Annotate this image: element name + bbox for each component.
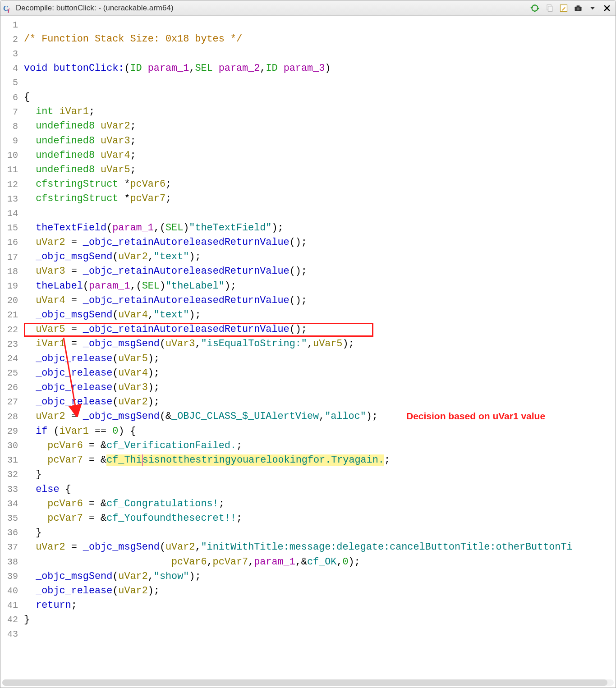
- token-var: uVar2: [36, 541, 65, 553]
- annotation-label: Decision based on uVar1 value: [406, 411, 545, 422]
- token-var: uVar5: [313, 338, 342, 349]
- edit-icon[interactable]: [558, 2, 570, 14]
- token-var: pcVar6: [47, 498, 83, 509]
- token-type: ID: [266, 63, 277, 74]
- token-var: pcVar6: [171, 556, 207, 568]
- token-type: SEL: [165, 222, 183, 234]
- refresh-icon[interactable]: [529, 2, 541, 14]
- token-type: ID: [130, 63, 142, 74]
- token-var: uVar4: [118, 309, 147, 321]
- token-brace: {: [24, 92, 30, 103]
- token-num: 0: [342, 556, 348, 568]
- token-func: _objc_retainAutoreleasedReturnValue: [83, 266, 290, 277]
- horizontal-scrollbar[interactable]: [2, 679, 614, 686]
- dropdown-icon[interactable]: [587, 2, 598, 14]
- token-global: cf_OK: [307, 556, 336, 568]
- token-var: uVar2: [118, 571, 147, 582]
- token-type: cfstringStruct: [36, 193, 118, 204]
- token-var: uVar4: [36, 295, 65, 306]
- token-func: _objc_msgSend: [83, 541, 160, 553]
- token-func: _objc_release: [36, 367, 112, 379]
- token-string: "isEqualToString:": [201, 338, 307, 349]
- svg-rect-3: [548, 6, 552, 11]
- token-func: _objc_release: [36, 396, 112, 408]
- token-var: uVar2: [118, 396, 147, 408]
- token-var: iVar1: [36, 338, 65, 349]
- token-string: "initWithTitle:message:delegate:cancelBu…: [201, 541, 573, 553]
- token-type: undefined8: [36, 120, 95, 132]
- token-void: void: [24, 63, 47, 74]
- token-var: uVar2: [118, 251, 147, 262]
- token-string: "show": [154, 571, 189, 582]
- token-type: undefined8: [36, 164, 95, 175]
- token-param: param_2: [219, 63, 260, 74]
- token-func: theLabel: [36, 280, 83, 292]
- code-view[interactable]: /* Function Stack Size: 0x18 bytes */ vo…: [21, 16, 616, 688]
- token-var: uVar2: [101, 120, 130, 132]
- token-string: "theTextField": [189, 222, 271, 234]
- close-icon[interactable]: [601, 2, 613, 14]
- token-func: theTextField: [36, 222, 106, 234]
- token-var: uVar3: [165, 338, 195, 349]
- token-param: param_1: [148, 63, 189, 74]
- svg-point-7: [577, 7, 580, 10]
- token-func: _objc_release: [36, 382, 112, 393]
- token-keyword: return: [36, 600, 71, 611]
- token-var: uVar4: [101, 150, 130, 161]
- token-var: iVar1: [60, 106, 89, 117]
- token-var: uVar3: [118, 382, 147, 393]
- token-func: _objc_release: [36, 353, 112, 364]
- token-func: _objc_msgSend: [36, 571, 112, 582]
- token-type: undefined8: [36, 135, 95, 147]
- token-type: SEL: [142, 280, 160, 292]
- token-global: cf_Youfoundthesecret!!: [106, 513, 236, 524]
- token-var: pcVar6: [47, 440, 83, 451]
- token-func: _objc_retainAutoreleasedReturnValue: [83, 295, 290, 306]
- token-global: cf_Thi: [106, 454, 142, 466]
- token-var: pcVar7: [130, 193, 165, 204]
- decompile-app-icon: C f: [3, 3, 13, 13]
- token-keyword: if: [36, 426, 47, 437]
- token-var: pcVar7: [47, 513, 83, 524]
- token-string: "alloc": [325, 411, 366, 422]
- token-global: cf_VerificationFailed.: [106, 440, 236, 451]
- token-func: _objc_msgSend: [36, 251, 112, 262]
- token-func: _objc_retainAutoreleasedReturnValue: [83, 324, 290, 335]
- token-type: int: [36, 106, 53, 117]
- token-var: pcVar6: [130, 179, 165, 190]
- token-type: SEL: [195, 63, 212, 74]
- token-type: cfstringStruct: [36, 179, 118, 190]
- token-param: param_1: [112, 222, 154, 234]
- token-func: _objc_retainAutoreleasedReturnValue: [83, 237, 290, 248]
- token-global: _OBJC_CLASS_$_UIAlertView: [171, 411, 319, 422]
- token-var: uVar4: [118, 367, 147, 379]
- token-func: _objc_msgSend: [83, 338, 160, 349]
- token-num: 0: [112, 426, 118, 437]
- token-var: pcVar7: [47, 454, 83, 466]
- token-var: pcVar7: [213, 556, 248, 568]
- token-keyword: else: [36, 484, 59, 495]
- token-var: uVar3: [36, 266, 65, 277]
- token-param: param_3: [284, 63, 325, 74]
- token-global: cf_Congratulations!: [106, 498, 219, 509]
- copy-icon[interactable]: [543, 2, 555, 14]
- token-var: uVar2: [36, 411, 65, 422]
- token-var: uVar2: [118, 585, 147, 596]
- window-title: Decompile: buttonClick: - (uncrackable.a…: [16, 4, 174, 13]
- titlebar: C f Decompile: buttonClick: - (uncrackab…: [0, 0, 616, 16]
- decompiler-window: C f Decompile: buttonClick: - (uncrackab…: [0, 0, 616, 688]
- token-var: uVar2: [36, 237, 65, 248]
- token-global: sisnotthestringyouarelookingfor.Tryagain…: [143, 454, 384, 466]
- svg-rect-6: [577, 5, 580, 7]
- token-var: uVar5: [101, 164, 130, 175]
- camera-icon[interactable]: [572, 2, 584, 14]
- token-func: _objc_release: [36, 585, 112, 596]
- token-var: uVar2: [165, 541, 195, 553]
- token-param: param_1: [89, 280, 130, 292]
- token-var: uVar3: [101, 135, 130, 147]
- token-brace: }: [24, 614, 30, 625]
- token-var: uVar5: [36, 324, 65, 335]
- token-param: param_1: [254, 556, 295, 568]
- line-gutter: 12345 678910 1112131415 1617181920 21222…: [0, 16, 21, 688]
- token-func: _objc_msgSend: [83, 411, 160, 422]
